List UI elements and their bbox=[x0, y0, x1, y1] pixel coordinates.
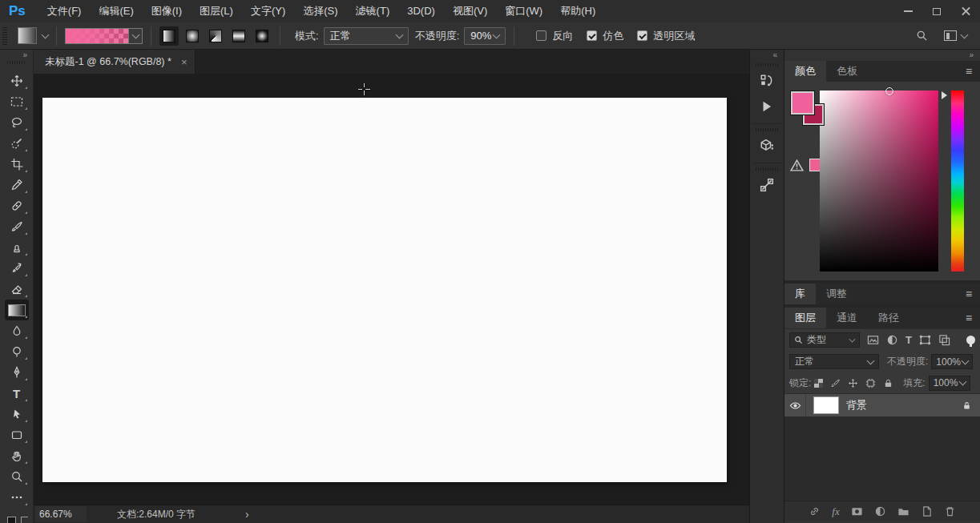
angle-gradient-button[interactable] bbox=[206, 26, 225, 46]
tool-clone-stamp[interactable] bbox=[5, 237, 29, 258]
history-panel-icon[interactable] bbox=[750, 68, 784, 94]
type-layer-filter-icon[interactable]: T bbox=[905, 335, 912, 345]
fill-select[interactable]: 100% bbox=[929, 376, 970, 391]
color-field[interactable] bbox=[820, 91, 938, 272]
tool-lasso[interactable] bbox=[5, 112, 29, 133]
tool-preset-picker[interactable] bbox=[18, 27, 48, 44]
tool-spot-healing-brush[interactable] bbox=[5, 195, 29, 216]
workspace-switcher[interactable] bbox=[944, 30, 967, 41]
tool-path-selection[interactable] bbox=[5, 404, 29, 424]
actions-panel-icon[interactable] bbox=[750, 94, 784, 119]
lock-artboard-icon[interactable] bbox=[865, 378, 876, 388]
lock-transparent-pixels-icon[interactable] bbox=[814, 379, 823, 388]
delete-layer-icon[interactable] bbox=[944, 505, 956, 517]
document-tab[interactable]: 未标题-1 @ 66.7%(RGB/8) * × bbox=[34, 50, 196, 74]
tool-dodge[interactable] bbox=[5, 341, 29, 362]
menu-view[interactable]: 视图(V) bbox=[444, 0, 496, 22]
maximize-button[interactable] bbox=[922, 0, 951, 22]
adjustment-layer-filter-icon[interactable] bbox=[886, 334, 898, 346]
dock-grip-handle[interactable] bbox=[756, 63, 778, 66]
menu-filter[interactable]: 滤镜(T) bbox=[347, 0, 399, 22]
smart-object-filter-icon[interactable] bbox=[938, 334, 950, 346]
tool-history-brush[interactable] bbox=[5, 258, 29, 279]
tab-swatches[interactable]: 色板 bbox=[826, 61, 868, 82]
tab-close-icon[interactable]: × bbox=[181, 57, 188, 67]
tool-type[interactable]: T bbox=[5, 383, 29, 404]
menu-3d[interactable]: 3D(D) bbox=[398, 0, 444, 22]
panel-menu-icon[interactable]: ≡ bbox=[958, 308, 980, 328]
canvas-pasteboard[interactable] bbox=[34, 74, 749, 505]
reverse-checkbox[interactable] bbox=[536, 30, 546, 41]
menu-help[interactable]: 帮助(H) bbox=[551, 0, 604, 22]
menu-window[interactable]: 窗口(W) bbox=[496, 0, 551, 22]
add-layer-mask-icon[interactable] bbox=[851, 505, 863, 517]
zoom-level-field[interactable]: 66.67% bbox=[35, 506, 87, 522]
menu-edit[interactable]: 编辑(E) bbox=[90, 0, 142, 22]
tool-eyedropper[interactable] bbox=[5, 175, 29, 195]
lock-all-icon[interactable] bbox=[883, 378, 893, 388]
tool-gradient[interactable] bbox=[5, 300, 29, 320]
gradient-picker-button[interactable] bbox=[129, 28, 143, 44]
lock-image-pixels-icon[interactable] bbox=[830, 378, 841, 388]
warning-triangle-icon[interactable] bbox=[790, 159, 804, 171]
hue-slider-pointer[interactable] bbox=[942, 91, 947, 99]
link-layers-icon[interactable] bbox=[809, 505, 821, 517]
menu-file[interactable]: 文件(F) bbox=[38, 0, 91, 22]
tool-move[interactable] bbox=[5, 70, 29, 91]
blend-mode-select[interactable]: 正常 bbox=[789, 354, 879, 369]
dock-grip-handle[interactable] bbox=[756, 167, 778, 171]
tool-edit-toolbar[interactable] bbox=[5, 487, 29, 508]
canvas[interactable] bbox=[42, 98, 727, 482]
hue-slider[interactable] bbox=[951, 91, 964, 272]
tool-quick-selection[interactable] bbox=[5, 133, 29, 154]
layer-row-background[interactable]: 背景 bbox=[784, 394, 980, 416]
reflected-gradient-button[interactable] bbox=[229, 26, 248, 46]
panel-menu-icon[interactable]: ≡ bbox=[958, 284, 980, 304]
tool-rectangular-marquee[interactable] bbox=[5, 91, 29, 112]
dock-collapse-button[interactable]: « bbox=[750, 50, 784, 61]
linear-gradient-button[interactable] bbox=[159, 26, 179, 46]
layers-opacity-select[interactable]: 100% bbox=[931, 354, 973, 369]
3d-panel-icon[interactable] bbox=[750, 133, 784, 159]
panel-menu-icon[interactable]: ≡ bbox=[958, 61, 980, 82]
tool-eraser[interactable] bbox=[5, 279, 29, 300]
filter-switch-toggle[interactable] bbox=[966, 336, 975, 344]
transparency-checkbox[interactable] bbox=[637, 30, 647, 41]
tab-adjustments[interactable]: 调整 bbox=[816, 284, 857, 304]
diamond-gradient-button[interactable] bbox=[252, 26, 272, 46]
options-grip-handle[interactable] bbox=[2, 27, 7, 45]
toolbar-collapse-button[interactable]: » bbox=[0, 50, 33, 60]
tab-channels[interactable]: 通道 bbox=[826, 308, 868, 328]
layer-name[interactable]: 背景 bbox=[846, 398, 867, 412]
radial-gradient-button[interactable] bbox=[183, 26, 202, 46]
menu-image[interactable]: 图像(I) bbox=[143, 0, 191, 22]
tool-pen[interactable] bbox=[5, 362, 29, 383]
panels-collapse-button[interactable]: » bbox=[784, 50, 980, 61]
foreground-background-swatches[interactable] bbox=[0, 514, 33, 523]
new-layer-icon[interactable] bbox=[921, 505, 933, 517]
color-field-marker[interactable] bbox=[885, 87, 893, 95]
layer-filter-type-select[interactable]: 类型 bbox=[789, 332, 860, 348]
opacity-select[interactable]: 90% bbox=[464, 27, 506, 45]
search-icon[interactable] bbox=[916, 30, 928, 42]
tool-rectangle-shape[interactable] bbox=[5, 424, 29, 445]
toolbar-grip-handle[interactable] bbox=[7, 61, 26, 64]
gradient-preview[interactable] bbox=[65, 28, 129, 44]
tab-library[interactable]: 库 bbox=[784, 284, 816, 304]
mode-select[interactable]: 正常 bbox=[324, 27, 409, 45]
tab-paths[interactable]: 路径 bbox=[868, 308, 909, 328]
minimize-button[interactable] bbox=[893, 0, 922, 22]
pixel-layer-filter-icon[interactable] bbox=[867, 334, 879, 346]
status-options-chevron[interactable]: › bbox=[245, 508, 249, 521]
close-button[interactable] bbox=[951, 0, 980, 22]
layer-thumbnail[interactable] bbox=[813, 396, 839, 414]
new-adjustment-layer-icon[interactable] bbox=[874, 505, 886, 517]
tool-hand[interactable] bbox=[5, 445, 29, 466]
menu-select[interactable]: 选择(S) bbox=[294, 0, 346, 22]
notes-panel-icon[interactable] bbox=[750, 172, 784, 198]
tool-brush[interactable] bbox=[5, 216, 29, 237]
tab-color[interactable]: 颜色 bbox=[784, 61, 826, 82]
layer-style-fx-icon[interactable]: fx bbox=[832, 506, 839, 517]
layer-visibility-toggle[interactable] bbox=[784, 394, 806, 416]
tool-blur[interactable] bbox=[5, 320, 29, 341]
